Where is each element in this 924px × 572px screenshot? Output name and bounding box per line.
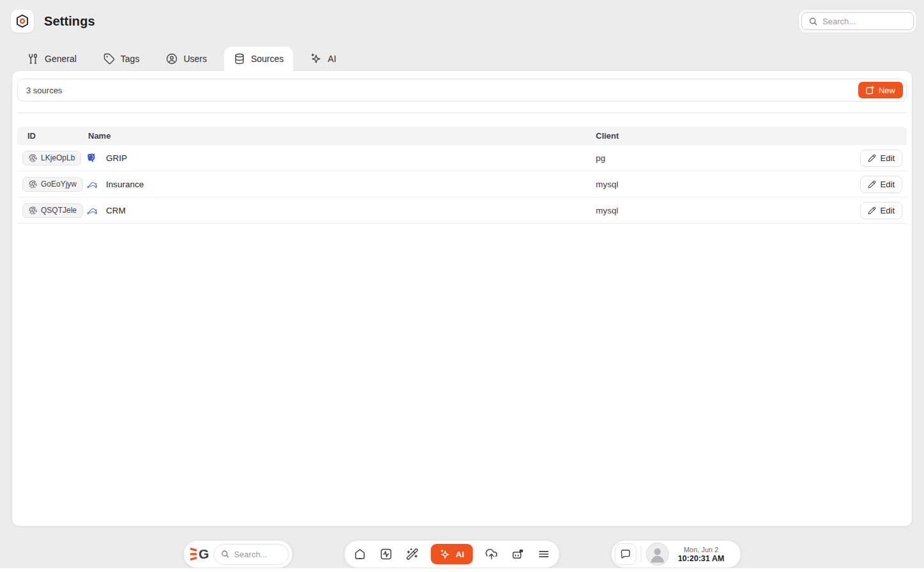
settings-tabs: General Tags Users Sources xyxy=(18,47,924,70)
top-search-input[interactable] xyxy=(822,17,907,26)
sources-count: 3 sources xyxy=(26,86,62,95)
sparkle-plus-icon xyxy=(310,53,322,65)
fingerprint-icon xyxy=(29,206,37,215)
tools-icon xyxy=(27,53,39,65)
pencil-icon xyxy=(868,180,876,189)
app-brand-logo[interactable]: G xyxy=(189,546,209,562)
mysql-icon xyxy=(86,179,97,190)
clock-date: Mon, Jun 2 xyxy=(677,546,725,553)
dock-left-pill: G xyxy=(183,540,292,568)
activity-button[interactable] xyxy=(378,546,393,562)
column-header-client: Client xyxy=(589,131,849,141)
source-id-badge[interactable]: QSQTJele xyxy=(22,203,83,218)
postgresql-icon xyxy=(86,153,97,164)
sources-table: ID Name Client LKjeOpLb xyxy=(17,127,907,224)
fingerprint-icon xyxy=(29,154,37,162)
tab-label: General xyxy=(45,54,77,64)
source-id-badge[interactable]: GoEoYjyw xyxy=(22,177,83,192)
orange-stripes-icon xyxy=(189,546,198,562)
wand-sparkles-icon xyxy=(405,548,418,560)
fingerprint-icon xyxy=(29,180,37,189)
divider xyxy=(17,112,907,113)
table-header-row: ID Name Client xyxy=(17,127,907,145)
page-title: Settings xyxy=(44,14,95,29)
wand-button[interactable] xyxy=(404,546,420,562)
column-header-name: Name xyxy=(82,131,589,141)
top-search-box[interactable] xyxy=(801,12,914,30)
column-header-id: ID xyxy=(17,131,82,141)
search-icon xyxy=(808,17,818,26)
user-avatar[interactable] xyxy=(646,543,669,566)
tag-icon xyxy=(103,53,115,65)
source-client-text: pg xyxy=(589,153,849,163)
new-source-button[interactable]: New xyxy=(858,82,903,98)
table-row[interactable]: QSQTJele CRM mysql Edit xyxy=(17,197,907,224)
sources-toolbar: 3 sources New xyxy=(17,79,907,102)
feedback-chat-button[interactable] xyxy=(615,543,637,565)
source-id-text: GoEoYjyw xyxy=(41,180,77,189)
app-logo-button[interactable] xyxy=(10,9,34,33)
home-icon xyxy=(353,548,366,560)
activity-square-icon xyxy=(379,548,392,560)
tab-label: Tags xyxy=(121,54,140,64)
source-id-text: LKjeOpLb xyxy=(41,153,75,162)
ai-button-label: AI xyxy=(455,550,464,559)
tab-tags[interactable]: Tags xyxy=(94,47,149,70)
sparkle-plus-icon xyxy=(439,549,450,560)
tab-label: AI xyxy=(328,54,336,64)
source-name-text: Insurance xyxy=(106,180,144,189)
table-row[interactable]: LKjeOpLb GRIP pg E xyxy=(17,145,907,171)
tab-general[interactable]: General xyxy=(18,47,86,70)
source-client-text: mysql xyxy=(589,206,849,215)
ai-assistant-button[interactable]: AI xyxy=(430,544,473,564)
source-id-text: QSQTJele xyxy=(41,206,77,215)
new-button-label: New xyxy=(879,86,895,95)
edit-button-label: Edit xyxy=(881,206,895,215)
dock-search-box[interactable] xyxy=(213,544,289,565)
source-name-text: CRM xyxy=(106,206,126,215)
edit-source-button[interactable]: Edit xyxy=(860,176,902,193)
dock-search-input[interactable] xyxy=(234,550,282,559)
source-id-badge[interactable]: LKjeOpLb xyxy=(22,151,81,166)
square-plus-icon xyxy=(865,86,874,95)
database-icon xyxy=(234,53,245,65)
mysql-icon xyxy=(86,205,97,216)
hamburger-menu-icon xyxy=(538,548,550,560)
edit-source-button[interactable]: Edit xyxy=(860,202,902,219)
bot-message-icon xyxy=(511,548,524,560)
dock-right-pill: Mon, Jun 2 10:20:31 AM xyxy=(611,540,741,568)
brand-letter: G xyxy=(199,546,209,562)
source-name-cell: CRM xyxy=(82,205,589,216)
table-row[interactable]: GoEoYjyw Insurance mysql Edit xyxy=(17,171,907,197)
tab-users[interactable]: Users xyxy=(156,47,216,70)
source-name-cell: Insurance xyxy=(82,179,589,190)
bot-chat-button[interactable] xyxy=(510,546,526,562)
dock-center-pill: AI xyxy=(344,540,560,568)
sources-panel: 3 sources New ID Name Client xyxy=(11,70,913,527)
app-header: Settings xyxy=(0,0,924,33)
home-button[interactable] xyxy=(352,546,367,562)
edit-source-button[interactable]: Edit xyxy=(860,150,902,167)
hexagon-target-logo-icon xyxy=(15,13,30,29)
edit-button-label: Edit xyxy=(881,180,895,189)
cloud-upload-icon xyxy=(485,548,498,560)
tab-sources[interactable]: Sources xyxy=(224,47,293,71)
menu-button[interactable] xyxy=(536,546,552,562)
speech-bubble-icon xyxy=(620,548,632,560)
source-name-cell: GRIP xyxy=(82,153,589,164)
bottom-edge-strip xyxy=(0,568,924,572)
tab-label: Users xyxy=(183,54,207,64)
clock-time: 10:20:31 AM xyxy=(677,554,725,563)
pencil-icon xyxy=(868,154,876,162)
bottom-dock: G xyxy=(183,540,741,568)
user-circle-icon xyxy=(166,53,178,65)
source-name-text: GRIP xyxy=(106,153,127,163)
pencil-icon xyxy=(868,206,876,215)
source-client-text: mysql xyxy=(589,180,849,189)
tab-ai[interactable]: AI xyxy=(301,47,345,70)
tab-label: Sources xyxy=(251,54,284,64)
edit-button-label: Edit xyxy=(881,153,895,163)
cloud-upload-button[interactable] xyxy=(484,546,499,562)
dock-clock[interactable]: Mon, Jun 2 10:20:31 AM xyxy=(669,546,733,563)
search-icon xyxy=(220,550,229,559)
